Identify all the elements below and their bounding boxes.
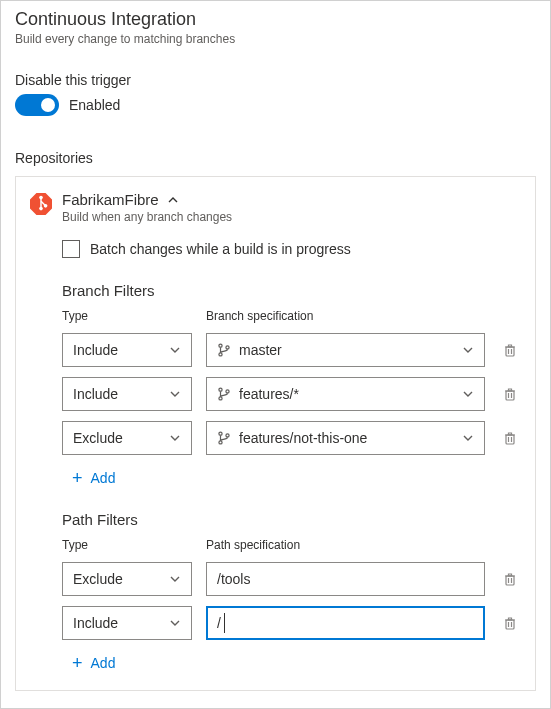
path-filters-grid: Type Path specification Exclude/toolsInc…	[62, 538, 521, 640]
plus-icon: +	[72, 469, 83, 487]
chevron-down-icon	[462, 344, 474, 356]
add-label: Add	[91, 655, 116, 671]
trash-icon	[502, 615, 518, 631]
chevron-down-icon	[169, 573, 181, 585]
filter-type-select[interactable]: Include	[62, 333, 192, 367]
path-spec-value: /tools	[217, 571, 250, 587]
trash-icon	[502, 571, 518, 587]
svg-point-8	[226, 346, 229, 349]
repository-expander[interactable]: FabrikamFibre	[62, 191, 232, 208]
svg-rect-19	[506, 620, 514, 629]
repositories-heading: Repositories	[15, 150, 536, 166]
toggle-knob	[41, 98, 55, 112]
delete-filter-button[interactable]	[499, 427, 521, 449]
batch-changes-checkbox[interactable]	[62, 240, 80, 258]
select-value: Include	[73, 342, 118, 358]
svg-point-3	[39, 196, 43, 200]
select-value: Exclude	[73, 571, 123, 587]
filter-type-select[interactable]: Exclude	[62, 562, 192, 596]
trash-icon	[502, 430, 518, 446]
repository-subtitle: Build when any branch changes	[62, 210, 232, 224]
trash-icon	[502, 386, 518, 402]
svg-point-4	[39, 207, 43, 211]
delete-filter-button[interactable]	[499, 568, 521, 590]
toggle-state-label: Enabled	[69, 97, 120, 113]
path-spec-column-header: Path specification	[206, 538, 485, 552]
svg-point-11	[219, 397, 222, 400]
svg-rect-18	[506, 576, 514, 585]
branch-spec-column-header: Branch specification	[206, 309, 485, 323]
add-branch-filter-button[interactable]: + Add	[72, 469, 521, 487]
chevron-down-icon	[169, 388, 181, 400]
disable-trigger-toggle[interactable]	[15, 94, 59, 116]
svg-rect-17	[506, 435, 514, 444]
filter-type-select[interactable]: Include	[62, 606, 192, 640]
branch-icon	[217, 343, 231, 357]
path-spec-value: /	[217, 615, 221, 631]
select-value: Exclude	[73, 430, 123, 446]
select-value: Include	[73, 386, 118, 402]
svg-point-12	[226, 390, 229, 393]
branch-spec-value: features/*	[239, 386, 462, 402]
path-filters-heading: Path Filters	[62, 511, 521, 528]
chevron-down-icon	[462, 432, 474, 444]
svg-point-16	[226, 434, 229, 437]
chevron-down-icon	[169, 617, 181, 629]
branch-spec-value: master	[239, 342, 462, 358]
chevron-up-icon	[167, 194, 179, 206]
repository-name: FabrikamFibre	[62, 191, 159, 208]
add-label: Add	[91, 470, 116, 486]
svg-rect-13	[506, 391, 514, 400]
filter-type-select[interactable]: Exclude	[62, 421, 192, 455]
delete-filter-button[interactable]	[499, 612, 521, 634]
branch-filters-grid: Type Branch specification IncludemasterI…	[62, 309, 521, 455]
chevron-down-icon	[169, 344, 181, 356]
svg-point-5	[44, 204, 48, 208]
branch-icon	[217, 387, 231, 401]
branch-spec-select[interactable]: master	[206, 333, 485, 367]
chevron-down-icon	[462, 388, 474, 400]
delete-filter-button[interactable]	[499, 383, 521, 405]
type-column-header: Type	[62, 309, 192, 323]
batch-changes-label: Batch changes while a build is in progre…	[90, 241, 351, 257]
add-path-filter-button[interactable]: + Add	[72, 654, 521, 672]
repository-card: FabrikamFibre Build when any branch chan…	[15, 176, 536, 691]
svg-point-6	[219, 344, 222, 347]
page-subtitle: Build every change to matching branches	[15, 32, 536, 46]
text-caret	[224, 613, 225, 633]
plus-icon: +	[72, 654, 83, 672]
svg-point-10	[219, 388, 222, 391]
branch-spec-value: features/not-this-one	[239, 430, 462, 446]
svg-point-15	[219, 441, 222, 444]
branch-spec-select[interactable]: features/not-this-one	[206, 421, 485, 455]
chevron-down-icon	[169, 432, 181, 444]
type-column-header: Type	[62, 538, 192, 552]
branch-icon	[217, 431, 231, 445]
svg-point-14	[219, 432, 222, 435]
path-spec-input[interactable]: /	[206, 606, 485, 640]
select-value: Include	[73, 615, 118, 631]
svg-rect-9	[506, 347, 514, 356]
disable-trigger-label: Disable this trigger	[15, 72, 536, 88]
page-title: Continuous Integration	[15, 9, 536, 30]
path-spec-input[interactable]: /tools	[206, 562, 485, 596]
svg-point-7	[219, 353, 222, 356]
branch-spec-select[interactable]: features/*	[206, 377, 485, 411]
filter-type-select[interactable]: Include	[62, 377, 192, 411]
git-icon	[30, 193, 52, 215]
trash-icon	[502, 342, 518, 358]
delete-filter-button[interactable]	[499, 339, 521, 361]
branch-filters-heading: Branch Filters	[62, 282, 521, 299]
